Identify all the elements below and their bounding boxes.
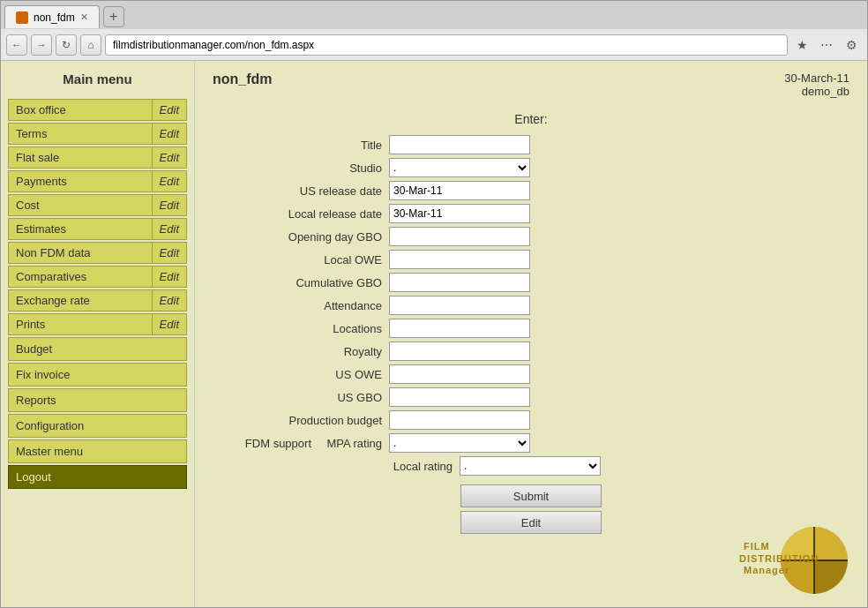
- submit-button[interactable]: Submit: [460, 484, 602, 507]
- form-row-production-budget: Production budget: [213, 410, 849, 430]
- menu-item-master-menu: Master menu: [8, 439, 187, 463]
- back-button[interactable]: ←: [6, 34, 27, 56]
- form-row-locations: Locations: [213, 319, 849, 338]
- menu-item-payments: Payments Edit: [8, 170, 187, 192]
- studio-select[interactable]: .: [389, 158, 530, 177]
- sidebar-item-box-office[interactable]: Box office: [8, 99, 153, 121]
- sidebar-item-terms-edit[interactable]: Edit: [153, 123, 187, 145]
- sidebar-item-master-menu[interactable]: Master menu: [8, 439, 187, 463]
- form-label-fdm-support: FDM support: [213, 437, 318, 450]
- form-label-production-budget: Production budget: [213, 414, 389, 427]
- tab-close-button[interactable]: ✕: [80, 11, 88, 23]
- main-header: non_fdm 30-March-11 demo_db: [213, 71, 849, 98]
- sidebar-item-payments[interactable]: Payments: [8, 170, 153, 192]
- us-gbo-input[interactable]: [389, 387, 530, 407]
- menu-item-configuration: Configuration: [8, 414, 187, 438]
- sidebar-item-reports[interactable]: Reports: [8, 388, 187, 412]
- settings-icon[interactable]: ⚙: [841, 34, 862, 56]
- sidebar-item-logout[interactable]: Logout: [8, 465, 187, 489]
- sidebar-item-non-fdm-data-edit[interactable]: Edit: [153, 242, 187, 264]
- page-title: non_fdm: [213, 71, 273, 98]
- form-label-us-release-date: US release date: [213, 184, 389, 198]
- sidebar-item-configuration[interactable]: Configuration: [8, 414, 187, 438]
- date-info: 30-March-11 demo_db: [784, 71, 849, 98]
- menu-item-exchange-rate: Exchange rate Edit: [8, 289, 187, 312]
- sidebar-item-fix-invoice[interactable]: Fix invoice: [8, 363, 187, 387]
- bookmark-star-icon[interactable]: ★: [791, 34, 812, 56]
- form-label-mpa-rating: MPA rating: [318, 437, 389, 450]
- home-button[interactable]: ⌂: [80, 34, 101, 56]
- sidebar-item-cost-edit[interactable]: Edit: [153, 194, 187, 216]
- tab-title: non_fdm: [34, 11, 75, 24]
- menu-item-logout: Logout: [8, 465, 187, 489]
- form-row-studio: Studio .: [213, 158, 849, 177]
- form-row-us-gbo: US GBO: [213, 387, 849, 407]
- menu-item-budget: Budget: [8, 337, 187, 361]
- form-row-opening-day-gbo: Opening day GBO: [213, 227, 849, 246]
- menu-item-fix-invoice: Fix invoice: [8, 363, 187, 387]
- form-row-title: Title: [213, 135, 849, 154]
- menu-item-terms: Terms Edit: [8, 123, 187, 145]
- sidebar-item-exchange-rate-edit[interactable]: Edit: [153, 289, 187, 312]
- new-tab-button[interactable]: +: [103, 6, 124, 27]
- mpa-rating-select[interactable]: .: [389, 433, 530, 453]
- active-tab[interactable]: non_fdm ✕: [4, 5, 100, 28]
- form-label-local-rating: Local rating: [389, 460, 460, 473]
- us-release-date-input[interactable]: [389, 181, 530, 200]
- production-budget-input[interactable]: [389, 410, 530, 430]
- sidebar-item-non-fdm-data[interactable]: Non FDM data: [8, 242, 153, 264]
- apps-icon[interactable]: ⋯: [816, 34, 837, 56]
- us-owe-input[interactable]: [389, 364, 530, 384]
- form-row-attendance: Attendance: [213, 296, 849, 315]
- form-row-local-rating: Local rating .: [213, 456, 849, 476]
- sidebar-item-payments-edit[interactable]: Edit: [153, 170, 187, 192]
- sidebar-item-cost[interactable]: Cost: [8, 194, 153, 216]
- menu-item-prints: Prints Edit: [8, 313, 187, 335]
- sidebar-item-estimates[interactable]: Estimates: [8, 218, 153, 240]
- opening-day-gbo-input[interactable]: [389, 227, 530, 246]
- local-owe-input[interactable]: [389, 250, 530, 269]
- form-label-local-owe: Local OWE: [213, 253, 389, 266]
- enter-label: Enter:: [213, 112, 849, 126]
- menu-item-comparatives: Comparatives Edit: [8, 266, 187, 288]
- form-label-cumulative-gbo: Cumulative GBO: [213, 276, 389, 289]
- nav-bar: ← → ↻ ⌂ ★ ⋯ ⚙: [1, 29, 867, 61]
- menu-item-box-office: Box office Edit: [8, 99, 187, 121]
- sidebar-item-estimates-edit[interactable]: Edit: [153, 218, 187, 240]
- fdm-logo: FILM DISTRIBUTION Manager: [735, 516, 849, 596]
- sidebar-item-prints-edit[interactable]: Edit: [153, 313, 187, 335]
- page-content: Main menu Box office Edit Terms Edit Fla…: [1, 61, 867, 607]
- local-release-date-input[interactable]: [389, 204, 530, 223]
- sidebar-item-budget[interactable]: Budget: [8, 337, 187, 361]
- attendance-input[interactable]: [389, 296, 530, 315]
- locations-input[interactable]: [389, 319, 530, 338]
- form-label-local-release-date: Local release date: [213, 207, 389, 221]
- form-label-studio: Studio: [213, 161, 389, 175]
- form-row-us-owe: US OWE: [213, 364, 849, 384]
- menu-item-non-fdm-data: Non FDM data Edit: [8, 242, 187, 264]
- form-row-local-owe: Local OWE: [213, 250, 849, 269]
- svg-text:FILM: FILM: [744, 541, 770, 552]
- edit-button[interactable]: Edit: [460, 511, 602, 534]
- sidebar-item-flat-sale[interactable]: Flat sale: [8, 146, 153, 169]
- cumulative-gbo-input[interactable]: [389, 273, 530, 292]
- form-row-local-release-date: Local release date: [213, 204, 849, 223]
- sidebar-item-comparatives-edit[interactable]: Edit: [153, 266, 187, 288]
- menu-item-reports: Reports: [8, 388, 187, 412]
- tab-favicon: [16, 11, 28, 24]
- sidebar-item-exchange-rate[interactable]: Exchange rate: [8, 289, 153, 312]
- local-rating-select[interactable]: .: [460, 456, 601, 476]
- sidebar-item-comparatives[interactable]: Comparatives: [8, 266, 153, 288]
- form-row-mpa-rating: FDM support MPA rating .: [213, 433, 849, 453]
- forward-button[interactable]: →: [31, 34, 52, 56]
- form-label-attendance: Attendance: [213, 299, 389, 312]
- address-bar[interactable]: [105, 34, 788, 56]
- title-input[interactable]: [389, 135, 530, 154]
- sidebar-item-prints[interactable]: Prints: [8, 313, 153, 335]
- refresh-button[interactable]: ↻: [56, 34, 77, 56]
- sidebar-item-flat-sale-edit[interactable]: Edit: [153, 146, 187, 169]
- royalty-input[interactable]: [389, 342, 530, 361]
- sidebar-item-box-office-edit[interactable]: Edit: [153, 99, 187, 121]
- sidebar-item-terms[interactable]: Terms: [8, 123, 153, 145]
- date-display: 30-March-11: [784, 71, 849, 85]
